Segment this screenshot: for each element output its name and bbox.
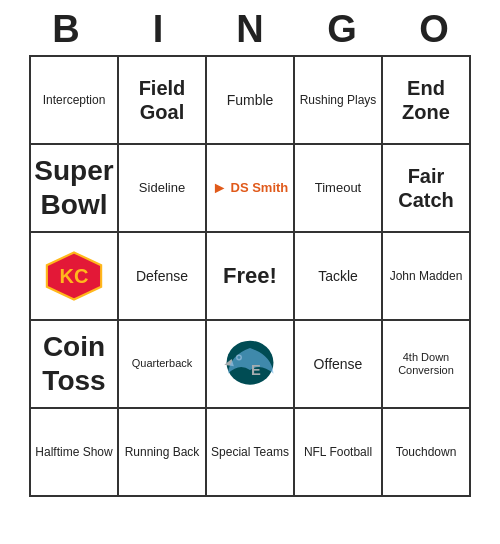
cell-n1[interactable]: Fumble <box>207 57 295 145</box>
cell-b5[interactable]: Halftime Show <box>31 409 119 497</box>
bingo-header: B I N G O <box>20 0 480 55</box>
letter-i: I <box>116 8 200 51</box>
cell-o2[interactable]: Fair Catch <box>383 145 471 233</box>
cell-o5[interactable]: Touchdown <box>383 409 471 497</box>
cell-g4[interactable]: Offense <box>295 321 383 409</box>
cell-g1[interactable]: Rushing Plays <box>295 57 383 145</box>
ds-arrow-icon: ► <box>212 178 228 197</box>
bingo-grid: Interception Field Goal Fumble Rushing P… <box>29 55 471 497</box>
cell-i5[interactable]: Running Back <box>119 409 207 497</box>
cell-n4[interactable]: E <box>207 321 295 409</box>
cell-g5[interactable]: NFL Football <box>295 409 383 497</box>
letter-b: B <box>24 8 108 51</box>
cell-n3[interactable]: Free! <box>207 233 295 321</box>
letter-o: O <box>392 8 476 51</box>
letter-g: G <box>300 8 384 51</box>
cell-i3[interactable]: Defense <box>119 233 207 321</box>
svg-text:KC: KC <box>60 265 89 287</box>
cell-n2[interactable]: ► DS Smith <box>207 145 295 233</box>
cell-b4[interactable]: Coin Toss <box>31 321 119 409</box>
cell-o1[interactable]: End Zone <box>383 57 471 145</box>
cell-b3[interactable]: KC <box>31 233 119 321</box>
cell-i2[interactable]: Sideline <box>119 145 207 233</box>
eagles-logo: E <box>220 337 280 392</box>
letter-n: N <box>208 8 292 51</box>
cell-g3[interactable]: Tackle <box>295 233 383 321</box>
cell-b2[interactable]: Super Bowl <box>31 145 119 233</box>
kc-chiefs-logo: KC <box>44 251 104 301</box>
cell-o4[interactable]: 4th Down Conversion <box>383 321 471 409</box>
dssmith-logo: ► DS Smith <box>212 178 289 197</box>
cell-b1[interactable]: Interception <box>31 57 119 145</box>
cell-n5[interactable]: Special Teams <box>207 409 295 497</box>
dssmith-text: DS Smith <box>231 180 289 196</box>
cell-i1[interactable]: Field Goal <box>119 57 207 145</box>
cell-i4[interactable]: Quarterback <box>119 321 207 409</box>
cell-g2[interactable]: Timeout <box>295 145 383 233</box>
cell-o3[interactable]: John Madden <box>383 233 471 321</box>
svg-text:E: E <box>251 362 261 378</box>
